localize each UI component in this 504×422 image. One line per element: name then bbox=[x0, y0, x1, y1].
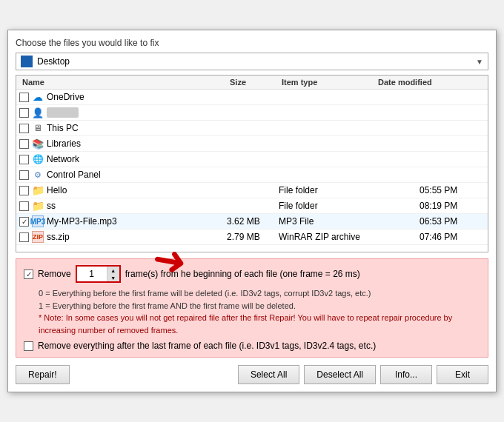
file-name: Network bbox=[47, 154, 79, 164]
frame-count-input[interactable] bbox=[77, 267, 107, 281]
col-size: Size bbox=[227, 78, 279, 87]
file-date: 05:55 PM bbox=[375, 185, 486, 195]
info-line2: 1 = Everything before the first frame AN… bbox=[39, 300, 480, 312]
table-row: 👤 bbox=[16, 105, 488, 121]
main-dialog: Choose the files you would like to fix D… bbox=[7, 30, 497, 392]
user-icon: 👤 bbox=[32, 107, 44, 118]
pc-icon: 🖥 bbox=[32, 122, 44, 134]
file-checkbox[interactable] bbox=[19, 124, 29, 133]
file-checkbox[interactable] bbox=[19, 139, 29, 149]
file-type: File folder bbox=[279, 201, 375, 211]
file-size: 2.79 MB bbox=[227, 232, 279, 242]
path-dropdown-icon[interactable]: ▼ bbox=[476, 58, 483, 66]
network-icon: 🌐 bbox=[32, 153, 44, 165]
file-checkbox[interactable] bbox=[19, 217, 29, 227]
table-row: 📁 Hello File folder 05:55 PM bbox=[16, 183, 488, 198]
file-checkbox[interactable] bbox=[19, 186, 29, 195]
spinner-down-button[interactable]: ▼ bbox=[107, 274, 119, 281]
path-icon bbox=[21, 56, 33, 67]
zip-icon: ZIP bbox=[32, 231, 44, 243]
table-row: 📚 Libraries bbox=[16, 136, 488, 152]
repair-button[interactable]: Repair! bbox=[16, 365, 70, 384]
remove-after-row: Remove everything after the last frame o… bbox=[24, 341, 480, 351]
file-type: WinRAR ZIP archive bbox=[279, 232, 375, 242]
info-button[interactable]: Info... bbox=[380, 365, 432, 384]
folder-icon: 📁 bbox=[32, 200, 44, 212]
spinner-buttons: ▲ ▼ bbox=[107, 267, 119, 281]
control-panel-icon: ⚙ bbox=[32, 169, 44, 181]
file-type: File folder bbox=[279, 185, 375, 195]
table-row: ZIP ss.zip 2.79 MB WinRAR ZIP archive 07… bbox=[16, 230, 488, 245]
file-checkbox[interactable] bbox=[19, 232, 29, 242]
mp3-icon: MP3 bbox=[32, 215, 44, 227]
dialog-title: Choose the files you would like to fix bbox=[16, 38, 488, 48]
file-list-header: Name Size Item type Date modified bbox=[16, 76, 488, 90]
remove-after-checkbox[interactable] bbox=[24, 341, 33, 351]
table-row: 🖥 This PC bbox=[16, 121, 488, 136]
remove-frame-row: Remove ▲ ▼ frame(s) from he beginning of… bbox=[24, 265, 480, 283]
table-row: MP3 My-MP3-File.mp3 3.62 MB MP3 File 06:… bbox=[16, 214, 488, 230]
file-date: 07:46 PM bbox=[375, 232, 486, 242]
file-name: Control Panel bbox=[47, 170, 101, 180]
spinner-up-button[interactable]: ▲ bbox=[107, 267, 119, 274]
remove-frame-checkbox[interactable] bbox=[24, 269, 33, 279]
col-type: Item type bbox=[279, 78, 375, 87]
file-checkbox[interactable] bbox=[19, 108, 29, 118]
file-name: Libraries bbox=[47, 138, 81, 149]
file-type: MP3 File bbox=[279, 216, 375, 227]
file-date: 08:19 PM bbox=[375, 201, 486, 211]
info-text: 0 = Everything before the first frame wi… bbox=[39, 287, 480, 336]
file-name: ss bbox=[47, 201, 56, 211]
file-checkbox[interactable] bbox=[19, 201, 29, 211]
file-name-blurred bbox=[47, 107, 79, 118]
file-name: Hello bbox=[47, 185, 67, 195]
table-row: 🌐 Network bbox=[16, 152, 488, 167]
remove-after-label: Remove everything after the last frame o… bbox=[38, 341, 376, 351]
onedrive-icon: ☁ bbox=[32, 91, 44, 103]
exit-button[interactable]: Exit bbox=[437, 365, 488, 384]
file-name: OneDrive bbox=[47, 92, 84, 102]
file-name: ss.zip bbox=[47, 232, 70, 242]
file-date: 06:53 PM bbox=[375, 216, 486, 227]
remove-label-before: Remove bbox=[38, 269, 71, 279]
file-name: This PC bbox=[47, 123, 79, 133]
table-row: ☁ OneDrive bbox=[16, 90, 488, 105]
file-name: My-MP3-File.mp3 bbox=[47, 216, 117, 227]
file-list-container: Name Size Item type Date modified ☁ OneD… bbox=[16, 75, 488, 252]
deselect-all-button[interactable]: Deselect All bbox=[304, 365, 376, 384]
file-checkbox[interactable] bbox=[19, 155, 29, 164]
button-row: Repair! Select All Deselect All Info... … bbox=[16, 362, 488, 384]
info-line1: 0 = Everything before the first frame wi… bbox=[39, 287, 480, 300]
info-note: * Note: In some cases you will not get r… bbox=[39, 312, 480, 336]
select-all-button[interactable]: Select All bbox=[238, 365, 299, 384]
col-date: Date modified bbox=[375, 78, 486, 87]
path-text: Desktop bbox=[37, 56, 476, 67]
path-bar[interactable]: Desktop ▼ bbox=[16, 53, 488, 70]
bottom-section: Remove ▲ ▼ frame(s) from he beginning of… bbox=[16, 258, 488, 358]
file-checkbox[interactable] bbox=[19, 170, 29, 180]
col-name: Name bbox=[19, 78, 227, 87]
spinner-container: ▲ ▼ bbox=[76, 265, 121, 283]
file-checkbox[interactable] bbox=[19, 93, 29, 102]
file-size: 3.62 MB bbox=[227, 216, 279, 227]
table-row: ⚙ Control Panel bbox=[16, 167, 488, 183]
folder-icon: 📁 bbox=[32, 184, 44, 196]
remove-label-after: frame(s) from he beginning of each file … bbox=[125, 269, 360, 279]
library-icon: 📚 bbox=[32, 138, 44, 150]
table-row: 📁 ss File folder 08:19 PM bbox=[16, 198, 488, 214]
